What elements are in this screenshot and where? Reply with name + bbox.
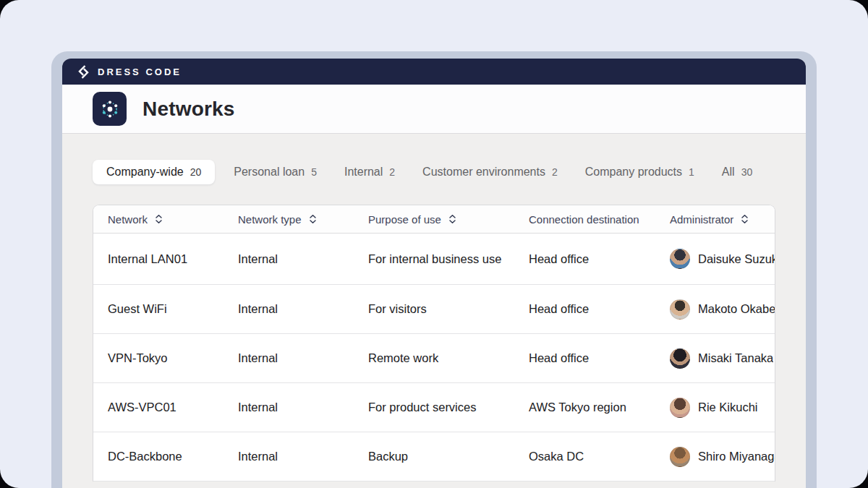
sort-icon[interactable] [448, 214, 456, 224]
cell-purpose: Backup [354, 448, 514, 464]
tab-bar: Company-wide 20 Personal loan 5 Internal… [93, 160, 775, 184]
desktop-background: DRESS CODE Networks [0, 0, 868, 488]
page-title: Networks [142, 98, 235, 121]
page-content: Company-wide 20 Personal loan 5 Internal… [62, 134, 806, 488]
table-row[interactable]: Guest WiFi Internal For visitors Head of… [93, 285, 775, 334]
app-window-inner: DRESS CODE Networks [62, 59, 806, 488]
avatar [670, 348, 690, 369]
administrator-name: Daisuke Suzuki [698, 251, 775, 267]
column-label: Network type [238, 213, 302, 226]
table-body: Internal LAN01 Internal For internal bus… [93, 234, 775, 481]
tab-label: Company-wide [106, 166, 184, 179]
column-label: Connection destination [529, 213, 639, 226]
tab-count: 20 [190, 166, 202, 178]
cell-network: DC-Backbone [93, 448, 224, 464]
tab-label: Company products [585, 166, 682, 179]
cell-network: Guest WiFi [93, 301, 224, 317]
avatar [670, 299, 690, 320]
column-header-administrator[interactable]: Administrator [655, 213, 775, 226]
cell-network: AWS-VPC01 [93, 399, 224, 415]
avatar [670, 249, 690, 269]
cell-destination: Head office [514, 301, 655, 317]
cell-administrator: Shiro Miyanaga [655, 447, 775, 467]
cell-administrator: Daisuke Suzuki [655, 249, 775, 269]
table-row[interactable]: Internal LAN01 Internal For internal bus… [93, 234, 775, 285]
column-label: Administrator [670, 213, 733, 226]
table-row[interactable]: AWS-VPC01 Internal For product services … [93, 383, 775, 432]
cell-administrator: Misaki Tanaka [655, 348, 775, 369]
tab-personal-loan[interactable]: Personal loan 5 [225, 160, 326, 184]
cell-destination: Osaka DC [514, 448, 655, 464]
cell-purpose: For visitors [354, 301, 514, 317]
cell-destination: Head office [514, 350, 655, 366]
cell-network-type: Internal [224, 448, 354, 464]
tab-company-products[interactable]: Company products 1 [576, 160, 703, 184]
networks-table: Network Network type Purpose of use [93, 205, 775, 481]
tab-customer-environments[interactable]: Customer environments 2 [414, 160, 566, 184]
column-label: Network [108, 213, 148, 226]
table-header-row: Network Network type Purpose of use [93, 205, 775, 234]
cell-administrator: Makoto Okabe [655, 299, 775, 320]
app-topbar: DRESS CODE [62, 59, 806, 85]
tab-internal[interactable]: Internal 2 [336, 160, 404, 184]
tab-count: 30 [741, 166, 753, 178]
tab-all[interactable]: All 30 [713, 160, 761, 184]
tab-count: 5 [311, 166, 317, 178]
tab-label: Customer environments [422, 166, 545, 179]
sort-icon[interactable] [155, 214, 163, 224]
administrator-name: Misaki Tanaka [698, 350, 773, 366]
avatar [670, 398, 690, 418]
column-header-purpose[interactable]: Purpose of use [354, 213, 514, 226]
tab-label: Personal loan [234, 166, 305, 179]
dress-code-logo-icon [77, 65, 90, 79]
tab-count: 2 [552, 166, 558, 178]
tab-label: All [722, 166, 735, 179]
cell-network-type: Internal [224, 251, 354, 267]
sort-icon[interactable] [741, 214, 749, 224]
cell-network-type: Internal [224, 350, 354, 366]
column-header-network[interactable]: Network [93, 213, 224, 226]
column-header-destination: Connection destination [514, 213, 655, 226]
table-row[interactable]: VPN-Tokyo Internal Remote work Head offi… [93, 334, 775, 383]
avatar [670, 447, 690, 467]
administrator-name: Makoto Okabe [698, 301, 775, 317]
cell-network: VPN-Tokyo [93, 350, 224, 366]
app-window: DRESS CODE Networks [51, 51, 817, 488]
tab-count: 1 [689, 166, 694, 178]
tab-count: 2 [389, 166, 395, 178]
cell-network: Internal LAN01 [93, 251, 224, 267]
sort-icon[interactable] [309, 214, 317, 224]
cell-destination: AWS Tokyo region [514, 399, 655, 415]
administrator-name: Rie Kikuchi [698, 399, 758, 415]
tab-label: Internal [344, 166, 383, 179]
cell-destination: Head office [514, 251, 655, 267]
cell-network-type: Internal [224, 399, 354, 415]
brand-name: DRESS CODE [98, 67, 182, 77]
cell-purpose: For internal business use [354, 251, 514, 267]
tab-company-wide[interactable]: Company-wide 20 [93, 160, 215, 184]
page-header: Networks [62, 85, 806, 134]
table-row[interactable]: DC-Backbone Internal Backup Osaka DC Shi… [93, 432, 775, 481]
column-label: Purpose of use [368, 213, 441, 226]
cell-network-type: Internal [224, 301, 354, 317]
column-header-network-type[interactable]: Network type [224, 213, 354, 226]
cell-purpose: Remote work [354, 350, 514, 366]
networks-app-icon [93, 92, 127, 126]
cell-purpose: For product services [354, 399, 514, 415]
administrator-name: Shiro Miyanaga [698, 448, 775, 464]
cell-administrator: Rie Kikuchi [655, 398, 775, 418]
